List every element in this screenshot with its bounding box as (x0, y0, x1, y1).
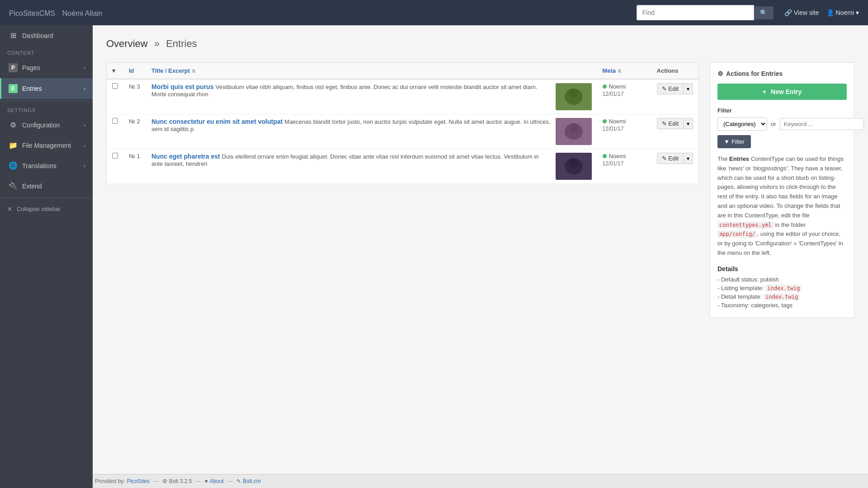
details-item: - Default status: publish (717, 276, 847, 283)
breadcrumb-separator: » (154, 38, 160, 49)
plus-icon: + (763, 88, 766, 95)
chevron-right-icon: › (84, 122, 85, 128)
details-item: - Detail template: index.twig (717, 293, 847, 300)
translations-icon: 🌐 (9, 161, 18, 170)
sidebar-item-extend[interactable]: 🔌 Extend (0, 176, 93, 196)
chevron-down-icon: ▾ (856, 9, 859, 16)
chevron-right-icon: › (84, 163, 85, 169)
caret-down-icon: ▾ (687, 121, 689, 127)
collapse-sidebar-button[interactable]: ✕ Collapse sidebar (0, 200, 93, 218)
footer-boltcm-link[interactable]: Bolt.cm (243, 478, 261, 484)
entries-table: ▾ Id Title / Excerpt ⇅ (106, 62, 699, 184)
edit-dropdown-button[interactable]: ▾ (684, 118, 693, 129)
sidebar: ⊞ Dashboard Content P Pages › E Entries … (0, 25, 93, 488)
entry-thumbnail (556, 153, 592, 180)
footer: Provided by: PicoSites — ⚙ Bolt 3.2.5 — … (0, 474, 868, 488)
svg-point-2 (569, 89, 578, 98)
side-panel-title: ⚙ Actions for Entries (717, 70, 847, 77)
row-checkbox[interactable] (112, 118, 118, 124)
edit-button[interactable]: ✎ Edit (657, 83, 684, 94)
th-id-sort-link[interactable]: Id (129, 67, 134, 74)
sidebar-item-entries[interactable]: E Entries › (0, 78, 93, 99)
edit-dropdown-button[interactable]: ▾ (684, 153, 693, 164)
th-id: Id (123, 63, 146, 80)
categories-select[interactable]: (Categories) (717, 117, 767, 131)
edit-button[interactable]: ✎ Edit (657, 153, 684, 164)
sidebar-item-label: File Management (22, 142, 71, 149)
entry-thumbnail (556, 118, 592, 145)
meta-date: 12/01/17 (603, 91, 646, 97)
svg-point-5 (569, 123, 578, 132)
row-meta: Noemi 12/01/17 (597, 114, 651, 149)
sidebar-item-label: Dashboard (22, 32, 53, 39)
caret-down-icon: ▾ (687, 86, 689, 92)
edit-icon: ✎ (662, 120, 667, 127)
row-checkbox[interactable] (112, 153, 118, 159)
sort-icon: ⇅ (618, 69, 621, 74)
breadcrumb: Overview » Entries (106, 38, 854, 50)
main-content: Overview » Entries ▾ Id (93, 25, 868, 488)
details-section: Details - Default status: publish- Listi… (717, 265, 847, 309)
sidebar-item-file-management[interactable]: 📁 File Management › (0, 135, 93, 155)
row-actions: ✎ Edit ▾ (651, 149, 699, 184)
user-menu[interactable]: 👤 Noemi ▾ (826, 9, 859, 16)
footer-provided-by: Provided by: (95, 478, 125, 484)
details-item: - Listing template: index.twig (717, 285, 847, 291)
row-actions: ✎ Edit ▾ (651, 79, 699, 114)
edit-label: Edit (669, 155, 679, 162)
user-icon: 👤 (826, 9, 834, 16)
filter-row: (Categories) or (717, 117, 847, 131)
new-entry-button[interactable]: + New Entry (717, 84, 847, 100)
th-title-sort-link[interactable]: Title / Excerpt (151, 67, 192, 74)
row-id: № 1 (123, 149, 146, 184)
row-id: № 2 (123, 114, 146, 149)
collapse-label: Collapse sidebar (17, 206, 61, 212)
status-dot (603, 119, 607, 123)
edit-dropdown-button[interactable]: ▾ (684, 83, 693, 94)
side-panel-description: The Entries ContentType can be used for … (717, 155, 847, 258)
th-checkbox: ▾ (107, 63, 124, 80)
sort-icon: ⇅ (192, 69, 195, 74)
footer-bolt-version: Bolt 3.2.5 (169, 478, 192, 484)
entry-title-link[interactable]: Nunc consectetur eu enim sit amet volutp… (151, 118, 283, 125)
edit-icon: ✎ (662, 155, 667, 162)
search-input[interactable] (637, 5, 754, 20)
app-name: PicoSitesCMS (9, 9, 55, 17)
chevron-right-icon: › (84, 86, 85, 91)
row-meta: Noemi 12/01/17 (597, 79, 651, 114)
status-dot (603, 154, 607, 158)
side-panel: ⚙ Actions for Entries + New Entry Filter… (710, 62, 854, 318)
view-site-link[interactable]: 🔗 View site (784, 9, 819, 16)
meta-status: Noemi (603, 83, 646, 90)
footer-picosites-link[interactable]: PicoSites (127, 478, 150, 484)
table-row: № 3 Morbi quis est purus Vestibulum vita… (107, 79, 699, 114)
side-panel-inner: ⚙ Actions for Entries + New Entry Filter… (710, 62, 854, 318)
sidebar-item-translations[interactable]: 🌐 Translations › (0, 155, 93, 176)
entry-title-link[interactable]: Morbi quis est purus (151, 83, 214, 90)
edit-icon: ✎ (662, 85, 667, 92)
thumb-svg (556, 118, 592, 145)
th-meta-sort-link[interactable]: Meta (603, 67, 618, 74)
filter-or-label: or (771, 121, 776, 127)
edit-button[interactable]: ✎ Edit (657, 118, 684, 129)
entries-table-area: ▾ Id Title / Excerpt ⇅ (106, 62, 699, 318)
search-button[interactable]: 🔍 (754, 6, 774, 19)
config-icon: ⚙ (9, 121, 18, 129)
filter-icon: ▼ (724, 138, 730, 145)
filter-label: Filter (717, 107, 847, 114)
meta-author: Noemi (609, 118, 626, 125)
sidebar-item-configuration[interactable]: ⚙ Configuration › (0, 115, 93, 135)
sidebar-item-pages[interactable]: P Pages › (0, 57, 93, 78)
filter-button[interactable]: ▼ Filter (717, 135, 751, 148)
keyword-input[interactable] (780, 118, 864, 130)
sidebar-item-label: Configuration (22, 122, 60, 129)
row-actions: ✎ Edit ▾ (651, 114, 699, 149)
app-user: Noémi Allain (62, 9, 103, 17)
table-row: № 1 Nunc eget pharetra est Duis eleifend… (107, 149, 699, 184)
row-checkbox[interactable] (112, 83, 118, 89)
thumb-svg (556, 83, 592, 110)
meta-author: Noemi (609, 153, 626, 160)
entry-title-link[interactable]: Nunc eget pharetra est (151, 153, 220, 160)
sidebar-item-dashboard[interactable]: ⊞ Dashboard (0, 25, 93, 46)
footer-about-link[interactable]: About (210, 478, 224, 484)
